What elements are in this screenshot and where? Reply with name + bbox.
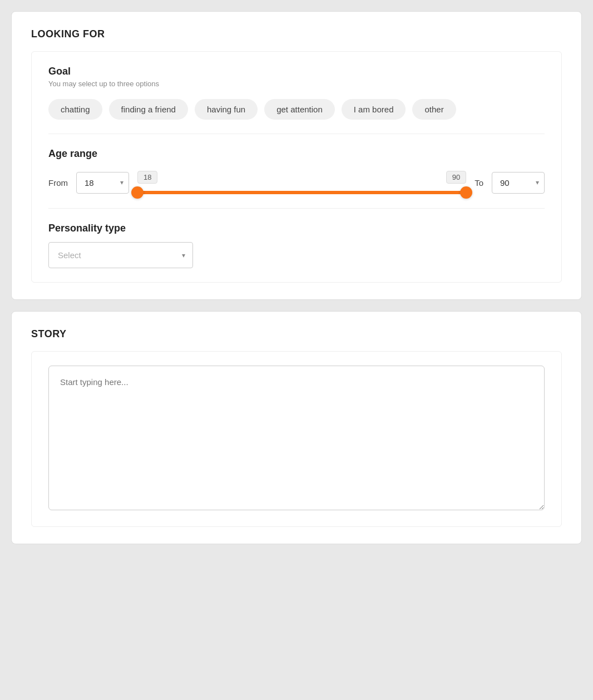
goal-subtitle: You may select up to three options [48, 80, 545, 88]
slider-thumb-right[interactable] [460, 186, 472, 199]
looking-for-card: LOOKING FOR Goal You may select up to th… [11, 11, 582, 300]
story-inner [31, 351, 562, 527]
slider-labels: 18 90 [137, 171, 466, 184]
tag-finding-a-friend[interactable]: finding a friend [109, 99, 188, 120]
age-range-controls: From 18 19 20 25 30 ▾ 18 90 [48, 171, 545, 194]
personality-title: Personality type [48, 223, 545, 234]
tag-having-fun[interactable]: having fun [195, 99, 258, 120]
age-slider: 18 90 [137, 171, 466, 194]
section-divider-1 [48, 134, 545, 134]
from-select-wrapper: 18 19 20 25 30 ▾ [76, 172, 129, 194]
tag-other[interactable]: other [412, 99, 456, 120]
age-range-section: Age range From 18 19 20 25 30 ▾ [48, 148, 545, 194]
story-title: STORY [31, 328, 562, 340]
slider-track-wrapper [137, 191, 466, 194]
slider-fill [137, 191, 466, 194]
to-label: To [475, 178, 483, 188]
personality-select-wrapper: Select Introvert Extrovert Ambivert ▾ [48, 242, 193, 268]
goal-section: Goal You may select up to three options … [48, 66, 545, 120]
slider-max-label: 90 [446, 171, 466, 184]
story-textarea[interactable] [48, 366, 545, 510]
from-select[interactable]: 18 19 20 25 30 [76, 172, 129, 194]
looking-for-title: LOOKING FOR [31, 28, 562, 40]
age-range-title: Age range [48, 148, 545, 160]
slider-thumb-left[interactable] [131, 186, 144, 199]
to-select-wrapper: 80 85 90 95 100 ▾ [492, 172, 545, 194]
tag-i-am-bored[interactable]: I am bored [342, 99, 406, 120]
goal-title: Goal [48, 66, 545, 77]
section-divider-2 [48, 208, 545, 209]
story-card: STORY [11, 311, 582, 544]
looking-for-inner: Goal You may select up to three options … [31, 51, 562, 283]
personality-section: Personality type Select Introvert Extrov… [48, 223, 545, 268]
from-label: From [48, 178, 68, 188]
tag-get-attention[interactable]: get attention [264, 99, 335, 120]
tag-chatting[interactable]: chatting [48, 99, 102, 120]
slider-min-label: 18 [137, 171, 157, 184]
to-select[interactable]: 80 85 90 95 100 [492, 172, 545, 194]
goal-tags-container: chattingfinding a friendhaving funget at… [48, 99, 545, 120]
personality-select[interactable]: Select Introvert Extrovert Ambivert [48, 242, 193, 268]
